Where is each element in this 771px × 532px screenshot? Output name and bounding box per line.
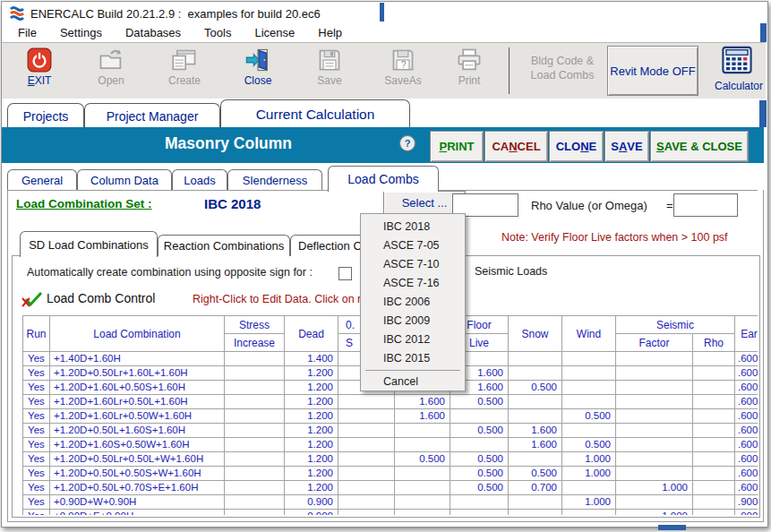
wind-loads-checkbox[interactable] bbox=[338, 267, 352, 280]
col-header-stress[interactable]: Stress bbox=[225, 316, 285, 334]
value-cell: +1.20D+1.60L+0.50S+1.60H bbox=[50, 381, 225, 395]
dropdown-item-asce-7-16[interactable]: ASCE 7-16 bbox=[361, 274, 465, 293]
table-row[interactable]: Yes+1.20D+0.50L+0.50S+W+1.60H1.2000.5000… bbox=[23, 467, 758, 481]
value-cell: 1.600 bbox=[395, 409, 450, 424]
tab-column-data[interactable]: Column Data bbox=[77, 169, 172, 191]
tab-load-combs[interactable]: Load Combs bbox=[328, 166, 439, 192]
col-header-seismic[interactable]: Seismic bbox=[616, 316, 735, 334]
clone-button[interactable]: CLONE bbox=[549, 131, 604, 162]
value-cell: 0.500 bbox=[450, 481, 509, 495]
tab-projects[interactable]: Projects bbox=[7, 103, 84, 128]
run-cell[interactable]: Yes bbox=[23, 467, 50, 481]
value-cell: .600 bbox=[735, 352, 758, 366]
col-header-load-combination[interactable]: Load Combination bbox=[50, 316, 225, 352]
run-cell[interactable]: Yes bbox=[23, 424, 50, 438]
value-cell bbox=[616, 381, 693, 395]
menu-tools[interactable]: Tools bbox=[197, 24, 238, 41]
dropdown-item-cancel[interactable]: Cancel bbox=[361, 373, 465, 391]
save-close-button[interactable]: SAVE & CLOSE bbox=[650, 131, 749, 162]
tab-reaction-combinations[interactable]: Reaction Combinations bbox=[158, 235, 290, 256]
table-row[interactable]: Yes+1.20D+0.50Lr+0.50L+W+1.60H1.2000.500… bbox=[23, 452, 758, 467]
menu-license[interactable]: License bbox=[247, 24, 302, 41]
help-icon[interactable]: ? bbox=[399, 135, 415, 151]
value-cell: 1.200 bbox=[285, 424, 338, 438]
tab-loads[interactable]: Loads bbox=[172, 169, 227, 191]
dropdown-item-ibc-2006[interactable]: IBC 2006 bbox=[361, 293, 465, 312]
value-cell bbox=[509, 395, 562, 409]
dropdown-item-ibc-2009[interactable]: IBC 2009 bbox=[361, 312, 465, 330]
value-cell: 1.200 bbox=[285, 438, 338, 452]
value-cell bbox=[225, 452, 285, 467]
tab-general[interactable]: General bbox=[7, 169, 77, 191]
value-cell bbox=[338, 424, 395, 438]
table-row[interactable]: Yes+1.20D+1.60Lr+0.50L+1.60H1.2001.6000.… bbox=[23, 395, 758, 409]
value-cell bbox=[450, 438, 509, 452]
col-header-wind[interactable]: Wind bbox=[562, 316, 616, 352]
dropdown-item-ibc-2015[interactable]: IBC 2015 bbox=[361, 349, 465, 368]
create-document-icon bbox=[171, 47, 198, 73]
value-cell bbox=[693, 481, 735, 495]
dropdown-item-ibc-2012[interactable]: IBC 2012 bbox=[361, 330, 465, 349]
table-row[interactable]: Yes+1.20D+1.60S+0.50W+1.60H1.2001.6000.5… bbox=[23, 438, 758, 452]
run-cell[interactable]: Yes bbox=[23, 510, 50, 516]
open-folder-icon bbox=[98, 47, 124, 73]
menu-help[interactable]: Help bbox=[311, 24, 349, 41]
create-label: Create bbox=[156, 74, 213, 87]
tab-current-calculation[interactable]: Current Calculation bbox=[220, 99, 410, 128]
tab-projects-label: Projects bbox=[23, 109, 69, 124]
print-button[interactable]: PRINT bbox=[430, 131, 484, 162]
value-cell: 1.200 bbox=[285, 467, 338, 481]
value-cell: 1.000 bbox=[616, 481, 693, 495]
tab-project-manager[interactable]: Project Manager bbox=[84, 103, 220, 128]
table-row[interactable]: Yes+1.20D+1.60Lr+0.50W+1.60H1.2001.6000.… bbox=[23, 409, 758, 424]
value-cell: 0.500 bbox=[450, 424, 509, 438]
run-cell[interactable]: Yes bbox=[23, 366, 50, 381]
dropdown-item-asce-7-05[interactable]: ASCE 7-05 bbox=[361, 236, 465, 255]
value-cell bbox=[562, 395, 616, 409]
calculator-button[interactable]: Calculator bbox=[709, 46, 766, 96]
value-cell bbox=[509, 409, 562, 424]
menu-settings[interactable]: Settings bbox=[53, 24, 109, 41]
tab-slenderness[interactable]: Slenderness bbox=[227, 169, 322, 191]
background-bottom-edge bbox=[658, 525, 686, 530]
col-header-factor[interactable]: Factor bbox=[616, 334, 693, 352]
value-cell bbox=[616, 352, 693, 366]
col-header-rho[interactable]: Rho bbox=[693, 334, 735, 352]
menu-bar: FileSettingsDatabasesToolsLicenseHelp bbox=[2, 22, 766, 42]
menu-databases[interactable]: Databases bbox=[118, 24, 188, 41]
value-cell: 1.400 bbox=[285, 352, 338, 366]
value-cell: +1.20D+0.50L+0.70S+E+1.60H bbox=[50, 481, 225, 495]
run-cell[interactable]: Yes bbox=[23, 381, 50, 395]
value-cell bbox=[693, 510, 735, 516]
exit-label: EXIT bbox=[11, 74, 68, 87]
rho-value-field[interactable] bbox=[673, 193, 738, 217]
tab-sd-load-combinations[interactable]: SD Load Combinations bbox=[20, 231, 158, 257]
col-header-earth[interactable]: Earth bbox=[735, 316, 758, 352]
menu-file[interactable]: File bbox=[11, 24, 44, 41]
save-button[interactable]: SAVE bbox=[604, 131, 649, 162]
run-cell[interactable]: Yes bbox=[23, 481, 50, 495]
table-row[interactable]: Yes+1.20D+0.50L+0.70S+E+1.60H1.2000.5000… bbox=[23, 481, 758, 495]
run-cell[interactable]: Yes bbox=[23, 352, 50, 366]
col-header-dead[interactable]: Dead bbox=[285, 316, 338, 352]
table-row[interactable]: Yes+1.20D+0.50L+1.60S+1.60H1.2000.5001.6… bbox=[23, 424, 758, 438]
close-button[interactable]: Close bbox=[229, 46, 287, 96]
col-header-run[interactable]: Run bbox=[23, 316, 50, 352]
run-cell[interactable]: Yes bbox=[23, 395, 50, 409]
run-cell[interactable]: Yes bbox=[23, 409, 50, 424]
dropdown-item-ibc-2018[interactable]: IBC 2018 bbox=[361, 218, 465, 236]
run-cell[interactable]: Yes bbox=[23, 452, 50, 467]
table-row[interactable]: Yes+0.90D+E+0.90H0.9001.000.900 bbox=[23, 510, 758, 516]
window-title: ENERCALC Build 20.21.2.9 : examples for … bbox=[30, 7, 321, 21]
dropdown-item-asce-7-10[interactable]: ASCE 7-10 bbox=[361, 255, 465, 274]
revit-mode-button[interactable]: Revit Mode OFF bbox=[607, 46, 698, 96]
exit-button[interactable]: EXIT bbox=[11, 46, 68, 96]
enercalc-logo-icon bbox=[9, 4, 25, 21]
run-cell[interactable]: Yes bbox=[23, 495, 50, 510]
run-cell[interactable]: Yes bbox=[23, 438, 50, 452]
col-header-increase[interactable]: Increase bbox=[225, 334, 285, 352]
col-header-snow[interactable]: Snow bbox=[509, 316, 562, 352]
value-cell: 0.500 bbox=[450, 467, 509, 481]
cancel-button[interactable]: CANCEL bbox=[484, 131, 548, 162]
table-row[interactable]: Yes+0.90D+W+0.90H0.9001.000.900 bbox=[23, 495, 758, 510]
